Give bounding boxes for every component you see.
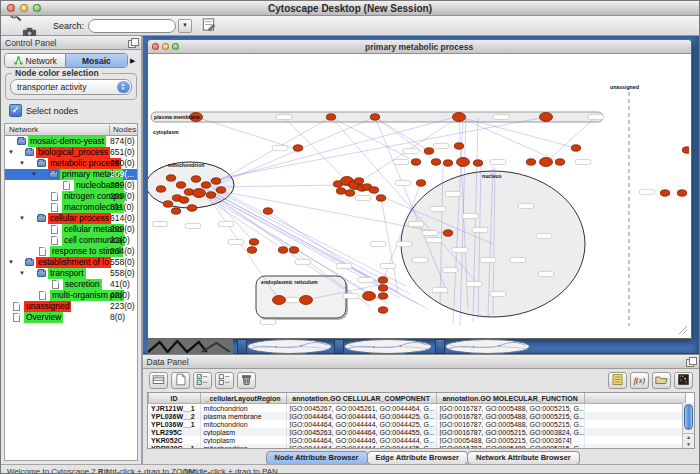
network-node[interactable] — [555, 159, 564, 165]
network-node[interactable] — [378, 277, 387, 283]
search-input[interactable] — [88, 19, 176, 33]
minimized-window-button[interactable] — [435, 339, 445, 354]
table-scrollbar[interactable]: ▲▼ — [682, 403, 694, 448]
table-row[interactable]: YDR039C__1mitochondrion[GO:0044464, GO:0… — [148, 444, 685, 449]
network-node[interactable] — [452, 113, 465, 122]
network-node[interactable] — [163, 201, 172, 207]
network-node[interactable] — [416, 180, 425, 186]
tree-row-secretion[interactable]: secretion41(0) — [5, 279, 137, 290]
network-node[interactable] — [247, 247, 256, 253]
table-row[interactable]: YJR121W__1mitochondrion[GO:0045267, GO:0… — [148, 404, 685, 413]
tree-row-transport[interactable]: ▼transport558(0) — [5, 268, 137, 279]
network-node[interactable] — [156, 186, 165, 192]
tree-row-overview[interactable]: Overview8(0) — [5, 312, 137, 323]
tree-row-metabolic-process[interactable]: ▼metabolic process280(0) — [5, 158, 137, 169]
tab-node-attribute-browser[interactable]: Node Attribute Browser — [266, 451, 368, 465]
tab-network-attribute-browser[interactable]: Network Attribute Browser — [467, 451, 580, 465]
tab-network[interactable]: Network — [5, 54, 65, 67]
network-node[interactable] — [378, 293, 387, 299]
network-node[interactable] — [362, 292, 375, 301]
network-node[interactable] — [354, 178, 363, 184]
expand-arrow-icon[interactable]: ▼ — [19, 270, 25, 277]
network-node[interactable] — [431, 159, 440, 165]
tree-row-establishment-of-lo[interactable]: ▼establishment of lo558(0) — [5, 257, 137, 268]
network-node[interactable] — [171, 208, 180, 214]
network-node[interactable] — [443, 230, 452, 236]
network-node[interactable] — [179, 197, 188, 203]
tab-overflow-arrow-icon[interactable]: ▶ — [128, 57, 138, 65]
network-node[interactable] — [191, 176, 200, 182]
table-row[interactable]: YPL036W__1mitochondrion[GO:0044464, GO:0… — [148, 420, 685, 428]
minimized-window-thumbnail[interactable] — [445, 339, 530, 354]
minimized-window-thumbnail[interactable] — [344, 339, 432, 354]
network-node[interactable] — [249, 239, 258, 245]
network-node[interactable] — [166, 175, 175, 181]
attribute-matrix-button[interactable] — [674, 372, 693, 389]
network-node[interactable] — [456, 158, 469, 167]
tab-mosaic[interactable]: Mosaic — [66, 54, 126, 67]
minimized-window-button[interactable] — [237, 339, 247, 354]
network-node[interactable] — [336, 188, 345, 194]
tree-row-macromolecule[interactable]: macromolecule311(0) — [5, 202, 137, 213]
network-node[interactable] — [376, 195, 385, 201]
minimized-window-button[interactable] — [334, 339, 344, 354]
network-view-titlebar[interactable]: primary metabolic process — [148, 40, 691, 54]
network-node[interactable] — [345, 190, 354, 196]
network-node[interactable] — [539, 158, 552, 167]
tree-row-nitrogen-compo[interactable]: nitrogen compo209(0) — [5, 191, 137, 202]
tab-edge-attribute-browser[interactable]: Edge Attribute Browser — [367, 451, 468, 465]
network-canvas[interactable]: plasma membranecytoplasmmitochondrionnuc… — [148, 54, 691, 338]
network-node[interactable] — [201, 182, 210, 188]
node-color-dropdown[interactable]: transporter activity ▲▼ — [10, 79, 132, 95]
expand-arrow-icon[interactable]: ▼ — [8, 149, 14, 156]
network-node[interactable] — [370, 114, 379, 120]
network-node[interactable] — [378, 285, 387, 291]
table-row[interactable]: YKR052Ccytoplasm[GO:0044464, GO:0044446,… — [148, 436, 685, 444]
import-attributes-button[interactable] — [652, 372, 671, 389]
network-node[interactable] — [424, 148, 433, 154]
expand-arrow-icon[interactable]: ▼ — [31, 171, 37, 178]
float-panel-icon[interactable] — [686, 357, 695, 366]
network-node[interactable] — [176, 182, 185, 188]
tree-row-primary-metabo[interactable]: ▼primary metabo209(... — [5, 169, 137, 180]
network-node[interactable] — [299, 296, 312, 305]
tree-row-cellular-process[interactable]: ▼cellular process614(0) — [5, 213, 137, 224]
network-node[interactable] — [677, 190, 686, 196]
tree-row-biological-process[interactable]: ▼biological_process651(0) — [5, 147, 137, 158]
network-node[interactable] — [263, 208, 272, 214]
network-graph[interactable]: plasma membranecytoplasmmitochondrionnuc… — [148, 54, 689, 336]
network-node[interactable] — [660, 190, 669, 196]
network-node[interactable] — [211, 178, 220, 184]
minimized-window-thumbnail[interactable] — [147, 339, 233, 354]
table-column-header[interactable]: annotation.GO CELLULAR_COMPONENT — [286, 393, 436, 404]
network-node[interactable] — [289, 247, 298, 253]
minimized-window-thumbnail[interactable] — [247, 339, 332, 354]
network-node[interactable] — [278, 247, 287, 253]
delete-attribute-button[interactable] — [237, 372, 256, 389]
function-builder-button[interactable]: f(x) — [630, 372, 649, 389]
network-node[interactable] — [443, 160, 452, 166]
network-node[interactable] — [187, 205, 196, 211]
network-node[interactable] — [326, 114, 335, 120]
table-row[interactable]: YLR295Ccytoplasm[GO:0045263, GO:0044464,… — [148, 428, 685, 436]
network-node[interactable] — [369, 187, 378, 193]
expand-arrow-icon[interactable]: ▼ — [19, 160, 25, 167]
network-node[interactable] — [378, 307, 387, 313]
scrollbar-thumb[interactable] — [684, 404, 693, 430]
attribute-report-button[interactable] — [608, 372, 627, 389]
float-panel-icon[interactable] — [128, 38, 137, 47]
unselect-attributes-button[interactable] — [215, 372, 234, 389]
network-node[interactable] — [206, 192, 215, 198]
network-node[interactable] — [454, 143, 463, 149]
tree-row-cellular-metabo[interactable]: cellular metabo209(0) — [5, 224, 137, 235]
network-node[interactable] — [216, 187, 225, 193]
table-row[interactable]: YPL036W__2plasma membrane[GO:0044464, GO… — [148, 412, 685, 420]
network-node[interactable] — [192, 189, 205, 198]
expand-arrow-icon[interactable]: ▼ — [8, 259, 14, 266]
tree-row-cell-communica[interactable]: cell communica22(0) — [5, 235, 137, 246]
network-node[interactable] — [571, 145, 580, 151]
tree-row-nucleobase-[interactable]: nucleobase-209(0) — [5, 180, 137, 191]
table-column-header[interactable]: _cellularLayoutRegion — [200, 393, 286, 404]
tree-row-multi-organism-pro[interactable]: multi-organism pro42(0) — [5, 290, 137, 301]
expand-arrow-icon[interactable]: ▼ — [19, 215, 25, 222]
